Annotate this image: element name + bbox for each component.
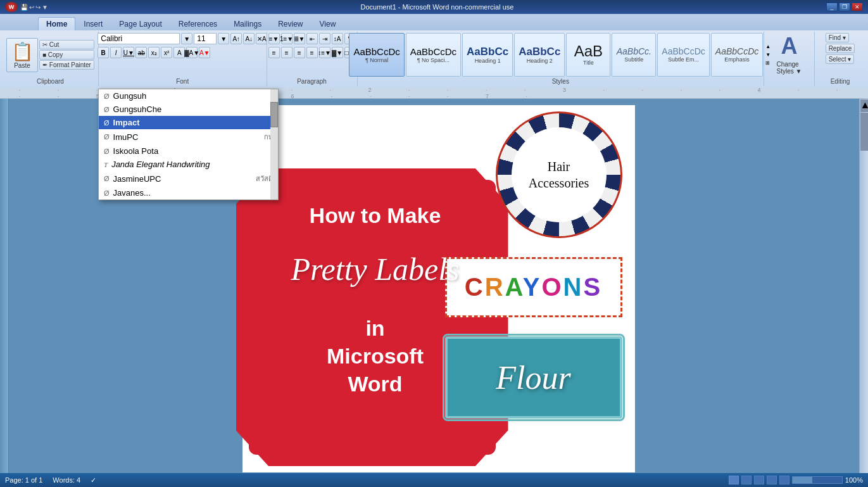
scroll-thumb[interactable]	[860, 113, 868, 151]
text-effects-button[interactable]: A	[173, 47, 185, 58]
clear-formatting[interactable]: ✕A	[256, 33, 267, 44]
title-bar-controls[interactable]: _ ❐ ✕	[826, 3, 863, 11]
font-item-javanese[interactable]: Ø Javanes...	[99, 186, 278, 199]
font-item-gungsuhche[interactable]: Ø GungsuhChe	[99, 103, 278, 116]
style-heading2[interactable]: AaBbCc Heading 2	[514, 33, 565, 77]
font-item-impact[interactable]: Ø Impact	[99, 116, 278, 129]
blog-line2: Pretty Labels	[252, 251, 499, 288]
spell-check-icon[interactable]: ✓	[91, 476, 96, 484]
view-full-reading-button[interactable]	[741, 476, 752, 484]
numbering-button[interactable]: 1≡▼	[281, 33, 292, 44]
underline-button[interactable]: U▼	[123, 47, 134, 58]
style-normal[interactable]: AaBbCcDc ¶ Normal	[349, 33, 404, 77]
font-item-iskoola[interactable]: Ø Iskoola Pota	[99, 144, 278, 158]
multilevel-button[interactable]: ≣▼	[294, 33, 305, 44]
align-row: ≡ ≡ ≡ ≡ ↕≡▼ ▓▼ □▼	[268, 47, 356, 58]
tab-insert[interactable]: Insert	[75, 17, 111, 30]
paragraph-content: ≡▼ 1≡▼ ≣▼ ⇤ ⇥ ↕A ¶ ≡ ≡ ≡ ≡ ↕≡▼ ▓▼ □▼	[268, 33, 356, 77]
tab-home[interactable]: Home	[38, 17, 75, 30]
change-styles-label[interactable]: ChangeStyles ▼	[777, 61, 802, 75]
style-heading1-preview: AaBbCc	[467, 46, 508, 57]
text-highlight-button[interactable]: ▓A▼	[186, 47, 198, 58]
font-size-input[interactable]	[194, 33, 217, 44]
style-emphasis-label: Emphasis	[724, 56, 750, 63]
clipboard-section: 📋 Paste ✂ Cut ■ Copy ✒ Format Painter Cl…	[3, 32, 99, 86]
font-color-button[interactable]: A▼	[199, 47, 210, 58]
flour-text: Flour	[496, 359, 570, 396]
font-content: ▼ ▼ A↑ A↓ ✕A B I U▼ ab x₂ x² A ▓A▼ A▼	[97, 33, 267, 77]
format-painter-button[interactable]: ✒ Format Painter	[39, 60, 94, 70]
font-size-increase[interactable]: A↑	[230, 33, 242, 44]
style-title-preview: AaB	[574, 44, 603, 59]
status-right: 100%	[729, 476, 863, 484]
italic-button[interactable]: I	[110, 47, 122, 58]
change-styles-section: A ChangeStyles ▼	[764, 32, 815, 86]
style-subtle-em-label: Subtle Em...	[668, 56, 699, 63]
line-spacing[interactable]: ↕≡▼	[319, 47, 330, 58]
find-button[interactable]: Find ▾	[826, 33, 849, 42]
tab-references[interactable]: References	[170, 17, 225, 30]
select-button[interactable]: Select ▾	[826, 54, 855, 64]
sort-button[interactable]: ↕A	[332, 33, 343, 44]
style-no-spacing[interactable]: AaBbCcDc ¶ No Spaci...	[406, 33, 461, 77]
font-item-janda[interactable]: T Janda Elegant Handwriting	[99, 158, 278, 171]
font-item-jasmine[interactable]: Ø JasmineUPC สวัสดี	[99, 171, 278, 186]
paste-button[interactable]: 📋 Paste	[6, 38, 38, 72]
font-list-scroll-thumb[interactable]	[270, 102, 278, 127]
style-subtitle[interactable]: AaBbCc. Subtitle	[612, 33, 656, 77]
copy-button[interactable]: ■ Copy	[39, 50, 94, 60]
font-name-row: ▼ ▼ A↑ A↓ ✕A	[97, 33, 267, 44]
font-name-input[interactable]	[97, 33, 180, 44]
style-emphasis[interactable]: AaBbCcDc Emphasis	[711, 33, 763, 77]
change-styles-icon[interactable]: A	[781, 33, 797, 60]
close-button[interactable]: ✕	[852, 3, 863, 11]
style-heading1[interactable]: AaBbCc Heading 1	[462, 33, 513, 77]
style-title[interactable]: AaB Title	[566, 33, 610, 77]
view-outline-button[interactable]	[767, 476, 777, 484]
align-center[interactable]: ≡	[281, 47, 292, 58]
justify[interactable]: ≡	[306, 47, 318, 58]
zoom-slider[interactable]	[792, 476, 843, 484]
align-left[interactable]: ≡	[268, 47, 280, 58]
cut-button[interactable]: ✂ Cut	[39, 40, 94, 49]
shading-button[interactable]: ▓▼	[332, 47, 343, 58]
font-item-imupc[interactable]: Ø ImuPC กท่	[99, 129, 278, 144]
bold-button[interactable]: B	[97, 47, 109, 58]
scroll-up-arrow[interactable]: ▲	[860, 99, 868, 112]
document-page: How to Make Pretty Labels in Microsoft W…	[242, 105, 635, 472]
minimize-button[interactable]: _	[826, 3, 838, 11]
styles-row: AaBbCcDc ¶ Normal AaBbCcDc ¶ No Spaci...…	[349, 33, 772, 77]
tab-page-layout[interactable]: Page Layout	[111, 17, 170, 30]
font-name-dropdown[interactable]: ▼	[181, 33, 192, 44]
font-icon-gungsuhche: Ø	[104, 106, 110, 113]
circle-inner-content: Hair Accessories	[512, 127, 607, 222]
font-size-dropdown[interactable]: ▼	[218, 33, 229, 44]
font-list-scrollbar[interactable]	[270, 89, 278, 199]
replace-button[interactable]: Replace	[826, 44, 855, 53]
restore-button[interactable]: ❐	[839, 3, 850, 11]
letter-y: Y	[523, 273, 542, 301]
subscript-button[interactable]: x₂	[148, 47, 160, 58]
tab-mailings[interactable]: Mailings	[225, 17, 270, 30]
vertical-scrollbar[interactable]: ▲	[859, 99, 868, 473]
strikethrough-button[interactable]: ab	[135, 47, 147, 58]
superscript-button[interactable]: x²	[161, 47, 172, 58]
increase-indent[interactable]: ⇥	[319, 33, 330, 44]
tab-view[interactable]: View	[311, 17, 344, 30]
zoom-level: 100%	[845, 476, 863, 484]
font-size-decrease[interactable]: A↓	[243, 33, 255, 44]
status-bar: Page: 1 of 1 Words: 4 ✓ 100%	[0, 473, 868, 487]
tab-review[interactable]: Review	[270, 17, 311, 30]
letter-s: S	[584, 273, 603, 301]
view-print-button[interactable]	[729, 476, 739, 484]
font-list-scroll[interactable]: Ø Gungsuh Ø GungsuhChe Ø Impact Ø ImuPC …	[99, 89, 278, 199]
bullets-button[interactable]: ≡▼	[268, 33, 280, 44]
align-right[interactable]: ≡	[294, 47, 305, 58]
decrease-indent[interactable]: ⇤	[306, 33, 318, 44]
style-subtle-em[interactable]: AaBbCcDc Subtle Em...	[657, 33, 709, 77]
view-web-button[interactable]	[754, 476, 764, 484]
view-draft-button[interactable]	[779, 476, 789, 484]
title-bar: W 💾 ↩ ↪ ▼ Document1 - Microsoft Word non…	[0, 0, 868, 14]
font-item-gungsuh[interactable]: Ø Gungsuh	[99, 89, 278, 103]
quick-access[interactable]: 💾 ↩ ↪ ▼	[20, 4, 48, 11]
